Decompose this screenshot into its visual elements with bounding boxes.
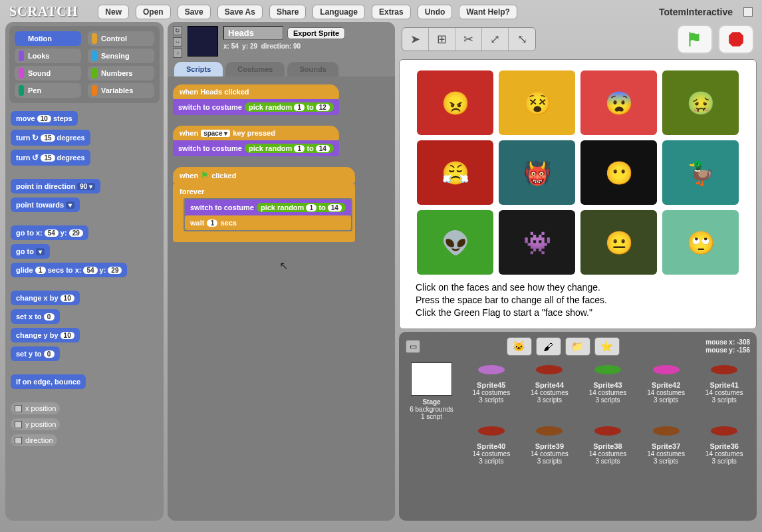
block-move-steps[interactable]: move10steps	[11, 111, 78, 126]
block-change-x[interactable]: change x by10	[11, 291, 80, 305]
category-control[interactable]: Control	[88, 31, 154, 46]
tab-sounds[interactable]: Sounds	[287, 62, 338, 76]
tab-costumes[interactable]: Costumes	[225, 62, 285, 76]
block-goto-xy[interactable]: go to x:54y:29	[11, 225, 88, 240]
menu-share[interactable]: Share	[269, 5, 306, 19]
category-sensing[interactable]: Sensing	[88, 49, 154, 63]
sprite-list-item[interactable]: Sprite4214 costumes3 scripts	[638, 360, 695, 420]
face-sprite[interactable]: 😶	[580, 140, 657, 205]
menu-new[interactable]: New	[98, 5, 129, 19]
hat-when-key-pressed[interactable]: whenspace ▾key pressed	[173, 126, 339, 140]
face-sprite[interactable]: 😤	[417, 140, 493, 205]
face-sprite[interactable]: 😨	[580, 70, 657, 135]
hat-when-clicked[interactable]: when Heads clicked	[173, 84, 339, 99]
user-menu-icon[interactable]	[743, 7, 753, 17]
checkbox-icon[interactable]	[15, 405, 22, 412]
op-pick-random[interactable]: pick random1to12	[245, 102, 334, 112]
sprite-list-item[interactable]: Sprite3814 costumes3 scripts	[579, 421, 636, 481]
sprite-list-item[interactable]: Sprite4414 costumes3 scripts	[521, 360, 578, 420]
choose-sprite-folder-icon[interactable]: 📁	[565, 337, 590, 356]
face-sprite[interactable]: 🦆	[662, 140, 739, 205]
menu-help[interactable]: Want Help?	[459, 5, 517, 19]
block-glide[interactable]: glide1secs to x:54y:29	[11, 263, 127, 277]
export-sprite-button[interactable]: Export Sprite	[287, 27, 345, 39]
block-wait[interactable]: wait1secs	[185, 215, 351, 230]
block-switch-costume[interactable]: switch to costumepick random1to14	[185, 200, 351, 215]
menu-extras[interactable]: Extras	[372, 5, 411, 19]
block-forever[interactable]: forever switch to costumepick random1to1…	[173, 184, 355, 242]
stamp-tool-icon[interactable]: ⊞	[429, 28, 455, 51]
face-sprite[interactable]: 👾	[499, 210, 575, 275]
face-sprite[interactable]: 🤢	[662, 70, 739, 135]
pointer-tool-icon[interactable]: ➤	[402, 28, 429, 51]
menu-language[interactable]: Language	[313, 5, 365, 19]
checkbox-icon[interactable]	[15, 421, 22, 428]
new-sprite-brush-icon[interactable]: 🖌	[536, 337, 561, 356]
grow-tool-icon[interactable]: ⤢	[482, 28, 509, 51]
stage-thumbnail-item[interactable]: Stage 6 backgrounds 1 script	[403, 360, 460, 517]
block-set-x[interactable]: set x to0	[11, 309, 60, 324]
script-stack-1[interactable]: when Heads clicked switch to costumepick…	[173, 84, 339, 115]
sprite-list-item[interactable]: Sprite4314 costumes3 scripts	[579, 360, 636, 420]
menu-save[interactable]: Save	[178, 5, 211, 19]
key-dropdown[interactable]: space ▾	[201, 130, 230, 137]
category-looks[interactable]: Looks	[15, 49, 81, 63]
face-sprite[interactable]: 😵	[499, 70, 575, 135]
script-stack-2[interactable]: whenspace ▾key pressed switch to costume…	[173, 126, 339, 156]
op-pick-random[interactable]: pick random1to14	[245, 144, 334, 153]
block-switch-costume[interactable]: switch to costumepick random1to14	[173, 140, 339, 156]
green-flag-button[interactable]	[677, 25, 713, 54]
face-sprite[interactable]: 🙄	[662, 210, 739, 275]
sprite-list-item[interactable]: Sprite3914 costumes3 scripts	[521, 421, 578, 481]
face-sprite[interactable]: 👹	[499, 140, 575, 205]
face-sprite[interactable]: 👽	[417, 210, 493, 275]
script-stack-3[interactable]: when⚑clicked forever switch to costumepi…	[173, 167, 355, 242]
category-label: Variables	[101, 86, 133, 94]
block-turn-cw[interactable]: turn↻15degrees	[11, 130, 90, 146]
blocks-list: move10steps turn↻15degrees turn↺15degree…	[9, 108, 160, 517]
hat-when-flag-clicked[interactable]: when⚑clicked	[173, 167, 355, 184]
paint-new-sprite-icon[interactable]: 🐱	[507, 337, 532, 356]
menu-save-as[interactable]: Save As	[217, 5, 263, 19]
block-point-direction[interactable]: point in direction90 ▾	[11, 179, 100, 194]
block-set-y[interactable]: set y to0	[11, 346, 60, 361]
sprite-list-item[interactable]: Sprite3614 costumes3 scripts	[696, 421, 753, 481]
menu-open[interactable]: Open	[136, 5, 171, 19]
face-sprite[interactable]: 😠	[417, 70, 493, 135]
op-pick-random[interactable]: pick random1to14	[257, 203, 346, 212]
menu-undo[interactable]: Undo	[418, 5, 453, 19]
shrink-tool-icon[interactable]: ⤡	[509, 28, 535, 51]
reporter-direction[interactable]: direction	[11, 434, 57, 446]
block-turn-ccw[interactable]: turn↺15degrees	[11, 150, 90, 166]
category-sound[interactable]: Sound	[15, 66, 81, 80]
scissors-tool-icon[interactable]: ✂	[455, 28, 482, 51]
stop-button[interactable]	[718, 25, 754, 54]
rotate-style-flip-icon[interactable]: ↔	[173, 37, 182, 47]
block-bounce[interactable]: if on edge, bounce	[11, 374, 86, 389]
category-variables[interactable]: Variables	[88, 83, 154, 98]
sprite-list-item[interactable]: Sprite4114 costumes3 scripts	[696, 360, 753, 420]
category-pen[interactable]: Pen	[15, 83, 81, 98]
rotate-style-full-icon[interactable]: ↻	[173, 26, 182, 35]
face-sprite[interactable]: 😐	[580, 210, 657, 275]
block-change-y[interactable]: change y by10	[11, 328, 80, 342]
sprite-list-item[interactable]: Sprite4014 costumes3 scripts	[463, 421, 520, 481]
reporter-x-position[interactable]: x position	[11, 402, 60, 414]
surprise-sprite-icon[interactable]: ⭐	[594, 337, 620, 356]
sprite-list-item[interactable]: Sprite4514 costumes3 scripts	[463, 360, 520, 420]
script-area[interactable]: when Heads clicked switch to costumepick…	[168, 76, 395, 521]
mouse-coords: mouse x: -308mouse y: -156	[705, 338, 750, 354]
checkbox-icon[interactable]	[15, 437, 22, 444]
stage[interactable]: 😠😵😨🤢😤👹😶🦆👽👾😐🙄 Click on the faces and see …	[399, 59, 757, 329]
presentation-mode-icon[interactable]: ▭	[406, 340, 420, 353]
block-switch-costume[interactable]: switch to costumepick random1to12	[173, 99, 339, 115]
sprite-list-item[interactable]: Sprite3714 costumes3 scripts	[638, 421, 695, 481]
tab-scripts[interactable]: Scripts	[174, 62, 223, 76]
block-point-towards[interactable]: point towards▾	[11, 198, 80, 212]
category-numbers[interactable]: Numbers	[88, 66, 154, 80]
reporter-y-position[interactable]: y position	[11, 418, 60, 430]
sprite-name-input[interactable]	[223, 26, 283, 40]
category-motion[interactable]: Motion	[15, 31, 81, 46]
block-goto[interactable]: go to▾	[11, 244, 50, 259]
rotate-style-none-icon[interactable]: ▫	[173, 49, 182, 58]
